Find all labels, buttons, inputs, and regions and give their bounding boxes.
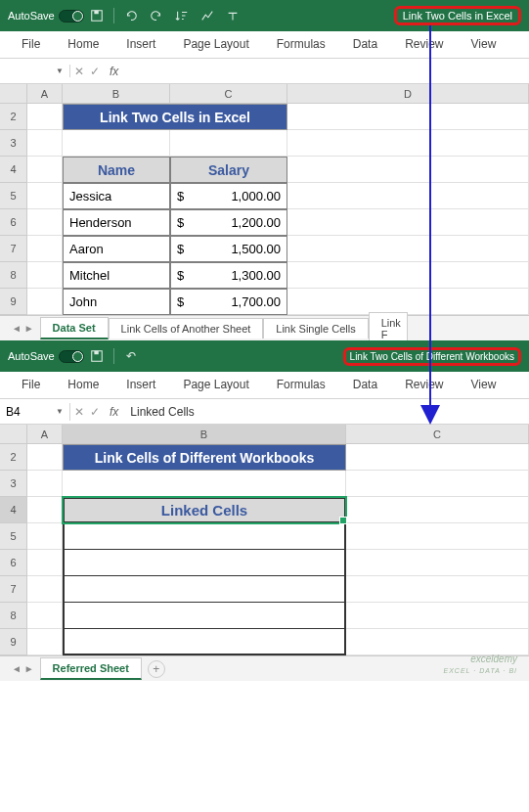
row-header[interactable]: 4 bbox=[0, 497, 27, 523]
col-header[interactable]: A bbox=[27, 425, 63, 444]
name-box[interactable]: ▼ bbox=[0, 65, 70, 77]
row-header[interactable]: 7 bbox=[0, 236, 27, 262]
col-header[interactable]: A bbox=[27, 84, 63, 104]
tab-insert[interactable]: Insert bbox=[112, 31, 169, 58]
title-bar: AutoSave Link Two Cells in Excel bbox=[0, 0, 529, 31]
sheet-nav[interactable]: ◄ ► bbox=[6, 663, 40, 674]
undo-icon[interactable] bbox=[120, 6, 142, 25]
section-title: Link Cells of Different Workbooks bbox=[63, 444, 346, 471]
svg-rect-1 bbox=[94, 11, 98, 15]
row-header[interactable]: 5 bbox=[0, 183, 27, 209]
workbook-title: Link Two Cells in Excel bbox=[394, 6, 521, 25]
row-header[interactable]: 6 bbox=[0, 550, 27, 576]
fx-icon[interactable]: fx bbox=[110, 405, 118, 419]
sheet-tab[interactable]: Link Single Cells bbox=[263, 318, 368, 338]
sheet-tab-active[interactable]: Referred Sheet bbox=[40, 657, 142, 680]
cancel-icon[interactable]: ✕ bbox=[74, 405, 84, 419]
row-header[interactable]: 9 bbox=[0, 629, 27, 655]
tab-review[interactable]: Review bbox=[391, 31, 457, 58]
row-header[interactable]: 4 bbox=[0, 157, 27, 183]
enter-icon[interactable]: ✓ bbox=[90, 65, 100, 78]
autosave-label: AutoSave bbox=[8, 350, 55, 362]
row-header[interactable]: 6 bbox=[0, 209, 27, 236]
fx-icon[interactable]: fx bbox=[110, 65, 118, 78]
customize-qat-icon[interactable] bbox=[222, 6, 243, 25]
tab-view[interactable]: View bbox=[458, 31, 510, 58]
table-row[interactable] bbox=[63, 629, 346, 655]
table-row: John$1,700.00 bbox=[27, 289, 529, 315]
select-all-corner[interactable] bbox=[0, 84, 27, 104]
redo-icon[interactable] bbox=[146, 6, 167, 25]
select-all-corner[interactable] bbox=[0, 425, 27, 444]
chevron-down-icon[interactable]: ▼ bbox=[56, 67, 64, 75]
col-header[interactable]: C bbox=[346, 425, 529, 444]
linked-cells-header[interactable]: Linked Cells bbox=[63, 497, 346, 523]
tab-page-layout[interactable]: Page Layout bbox=[169, 372, 262, 398]
row-header[interactable]: 8 bbox=[0, 262, 27, 289]
row-header[interactable]: 3 bbox=[0, 130, 27, 157]
formula-input[interactable]: Linked Cells bbox=[122, 403, 529, 421]
ribbon-tabs: File Home Insert Page Layout Formulas Da… bbox=[0, 372, 529, 399]
tab-file[interactable]: File bbox=[8, 31, 54, 58]
table-row[interactable] bbox=[63, 523, 346, 550]
row-header[interactable]: 2 bbox=[0, 104, 27, 130]
formula-bar: B4▼ ✕ ✓ fx Linked Cells bbox=[0, 399, 529, 425]
name-box[interactable]: B4▼ bbox=[0, 403, 70, 421]
undo-icon[interactable]: ↶ bbox=[120, 346, 142, 366]
tab-review[interactable]: Review bbox=[391, 372, 457, 398]
watermark: exceldemyEXCEL · DATA · BI bbox=[444, 654, 517, 675]
add-sheet-button[interactable]: + bbox=[148, 660, 165, 678]
cancel-icon[interactable]: ✕ bbox=[74, 65, 84, 78]
table-row[interactable] bbox=[63, 603, 346, 629]
col-header[interactable]: B bbox=[63, 425, 346, 444]
row-header[interactable]: 5 bbox=[0, 523, 27, 550]
row-header[interactable]: 7 bbox=[0, 576, 27, 603]
col-header[interactable]: B bbox=[63, 84, 170, 104]
row-header[interactable]: 8 bbox=[0, 603, 27, 629]
formula-controls: ✕ ✓ fx bbox=[70, 405, 122, 419]
tab-home[interactable]: Home bbox=[54, 31, 112, 58]
tab-formulas[interactable]: Formulas bbox=[263, 372, 339, 398]
sheet-tab-active[interactable]: Data Set bbox=[40, 317, 109, 339]
autosave-toggle-icon[interactable] bbox=[59, 10, 84, 23]
table-row: Mitchel$1,300.00 bbox=[27, 262, 529, 289]
save-icon[interactable] bbox=[86, 346, 108, 366]
tab-data[interactable]: Data bbox=[339, 372, 391, 398]
workbook-title: Link Two Cells of Different Workbooks bbox=[343, 347, 521, 366]
tab-data[interactable]: Data bbox=[339, 31, 391, 58]
ribbon-tabs: File Home Insert Page Layout Formulas Da… bbox=[0, 31, 529, 59]
autosave-toggle-icon[interactable] bbox=[59, 350, 84, 363]
col-header[interactable]: C bbox=[170, 84, 287, 104]
row-header[interactable]: 2 bbox=[0, 444, 27, 471]
tab-page-layout[interactable]: Page Layout bbox=[169, 31, 262, 58]
col-header[interactable]: D bbox=[287, 84, 529, 104]
tab-file[interactable]: File bbox=[8, 372, 54, 398]
tab-formulas[interactable]: Formulas bbox=[263, 31, 339, 58]
formula-bar: ▼ ✕ ✓ fx bbox=[0, 59, 529, 84]
grid[interactable]: 2 3 4 5 6 7 8 9 Link Cells of Different … bbox=[0, 444, 529, 655]
tab-view[interactable]: View bbox=[458, 372, 510, 398]
tab-insert[interactable]: Insert bbox=[112, 372, 169, 398]
chevron-down-icon[interactable]: ▼ bbox=[56, 407, 64, 416]
row-header[interactable]: 3 bbox=[0, 471, 27, 497]
chart-icon[interactable] bbox=[197, 6, 218, 25]
sheet-nav[interactable]: ◄ ► bbox=[6, 323, 40, 334]
autosave[interactable]: AutoSave bbox=[8, 350, 84, 363]
divider bbox=[113, 348, 114, 364]
section-title: Link Two Cells in Excel bbox=[63, 104, 287, 130]
formula-input[interactable] bbox=[122, 69, 529, 73]
title-bar: AutoSave ↶ Link Two Cells of Different W… bbox=[0, 340, 529, 372]
sheet-tabs: ◄ ► Data Set Link Cells of Another Sheet… bbox=[0, 315, 529, 340]
table-row[interactable] bbox=[63, 550, 346, 576]
sheet-tab[interactable]: Link Cells of Another Sheet bbox=[109, 318, 264, 338]
table-row: Henderson$1,200.00 bbox=[27, 209, 529, 236]
sort-icon[interactable] bbox=[171, 6, 193, 25]
autosave[interactable]: AutoSave bbox=[8, 10, 84, 23]
table-row[interactable] bbox=[63, 576, 346, 603]
enter-icon[interactable]: ✓ bbox=[90, 405, 100, 419]
row-header[interactable]: 9 bbox=[0, 289, 27, 315]
tab-home[interactable]: Home bbox=[54, 372, 112, 398]
table-header-name: Name bbox=[63, 157, 170, 183]
save-icon[interactable] bbox=[86, 6, 108, 25]
grid[interactable]: 2 3 4 5 6 7 8 9 Link Two Cells in Excel … bbox=[0, 104, 529, 315]
